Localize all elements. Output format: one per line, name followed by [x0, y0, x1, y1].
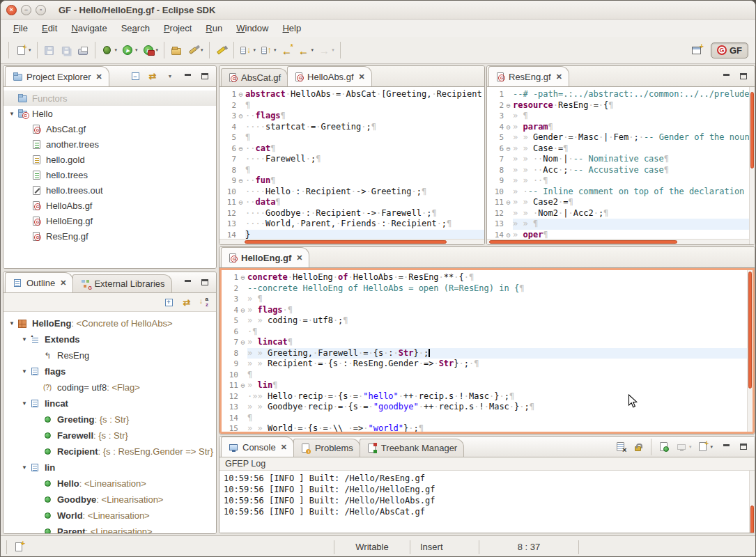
collapse-all-button[interactable]: − [128, 69, 143, 84]
outline-item-greeting[interactable]: Greeting : {s : Str} [3, 411, 216, 427]
code-line[interactable]: 13····World,·Parent,·Friends·:·Recipient… [219, 219, 484, 230]
save-all-button[interactable] [59, 42, 74, 58]
tab-project-explorer[interactable]: Project Explorer ✕ [5, 66, 109, 86]
fold-icon[interactable]: ⊖ [504, 143, 513, 155]
focus-button[interactable]: + [161, 295, 176, 310]
maximize-editor-button[interactable] [736, 69, 751, 84]
back-button[interactable]: ←▾ [296, 42, 316, 58]
fold-icon[interactable]: ⊖ [504, 197, 513, 208]
outline-item-flags[interactable]: ▼flags [3, 363, 216, 379]
code-line[interactable]: 4····startcat·=·Greeting·;¶ [219, 122, 484, 133]
code-line[interactable]: 5» » Gender·=·Masc·|·Fem·;·-- Gender of … [487, 132, 749, 143]
code-line[interactable]: 1--# -path=.:../abstract:../common:../..… [487, 89, 749, 100]
fold-icon[interactable]: ⊖ [236, 175, 245, 187]
code-line[interactable]: 11⊖» lin¶ [222, 380, 747, 391]
search-button[interactable]: ▾ [185, 42, 205, 58]
next-annotation-button[interactable]: ↓▾ [238, 42, 258, 58]
outline-item-coding[interactable]: (?)coding = utf8 : <Flag> [3, 379, 216, 395]
last-edit-location-button[interactable]: ← [279, 42, 295, 58]
code-line[interactable]: 4⊖» flags·¶ [222, 305, 747, 316]
code-line[interactable]: 11⊖··data¶ [219, 197, 484, 208]
code-line[interactable]: 3» ¶ [487, 111, 749, 122]
code-line[interactable]: 7⊖» lincat¶ [222, 337, 747, 348]
outline-item-parent[interactable]: Parent : <Linearisation> [3, 524, 216, 533]
outline-item-helloeng[interactable]: ▼HelloEng : <Concrete of HelloAbs> [3, 315, 216, 331]
code-line[interactable]: 15» » World·=·{s·=·\\_·=>·"world"}·;¶ [222, 423, 747, 432]
debug-button[interactable]: ▾ [100, 42, 119, 58]
tree-item-hello-trees[interactable]: hello.trees [3, 167, 216, 182]
tab-helloabs-gf[interactable]: HelloAbs.gf ✕ [287, 66, 372, 86]
code-line[interactable]: 8» » ··Acc·;·-- Accusative case¶ [487, 165, 749, 176]
tab-outline[interactable]: Outline ✕ [5, 272, 73, 292]
code-line[interactable]: 2--concrete HelloEng of HelloAbs = open … [222, 283, 747, 295]
reseng-editor[interactable]: 1--# -path=.:../abstract:../common:../..… [487, 87, 749, 244]
outline-item-goodbye[interactable]: Goodbye : <Linearisation> [3, 492, 216, 508]
minimize-editor-button[interactable] [718, 69, 734, 84]
window-minimize-button[interactable]: − [21, 5, 31, 15]
fold-icon[interactable]: ⊖ [236, 197, 245, 208]
vertical-scrollbar[interactable] [747, 270, 753, 432]
tree-item-functors[interactable]: Functors [3, 91, 216, 106]
console-log[interactable]: 10:59:56 [INFO ] Built: /Hello/ResEng.gf… [219, 471, 755, 533]
code-line[interactable]: 9» » ··¶ [487, 175, 749, 187]
tree-item-reseng-gf[interactable]: ResEng.gf [3, 228, 216, 244]
code-line[interactable]: 6⊖··cat¶ [219, 143, 484, 155]
code-line[interactable]: 7····Farewell·;¶ [219, 154, 484, 165]
tree-item-hello-trees-out[interactable]: hello.trees.out [3, 182, 216, 198]
minimize-view-button[interactable] [180, 275, 195, 290]
maximize-view-button[interactable] [197, 275, 213, 290]
close-icon[interactable]: ✕ [60, 278, 66, 288]
minimize-button[interactable] [180, 69, 195, 84]
close-icon[interactable]: ✕ [281, 443, 287, 452]
menu-file[interactable]: File [6, 21, 35, 36]
menu-project[interactable]: Project [157, 21, 199, 36]
outline-item-extends[interactable]: ▼Extends [3, 331, 216, 347]
code-line[interactable]: 1⊖concrete·HelloEng·of·HelloAbs·=·ResEng… [222, 272, 747, 283]
code-line[interactable]: 6·¶ [222, 327, 747, 338]
horizontal-scrollbar[interactable] [219, 239, 484, 244]
tab-external-libraries[interactable]: External Libraries [72, 274, 171, 292]
tree-item-helloeng-gf[interactable]: HelloEng.gf [3, 213, 216, 228]
import-folder-button[interactable] [169, 42, 184, 58]
fast-view-button[interactable] [11, 540, 26, 555]
console-scrollbar[interactable] [749, 471, 755, 533]
code-line[interactable]: 8» » Greeting,·Farewell·=·{s·:·Str}·; [222, 348, 747, 359]
code-line[interactable]: 3⊖··flags¶ [219, 111, 484, 122]
close-icon[interactable]: ✕ [296, 253, 302, 262]
link-with-editor-button[interactable]: ⇄ [145, 69, 160, 84]
tab-abscat-gf[interactable]: AbsCat.gf [221, 68, 288, 86]
link-with-editor-button[interactable]: ⇄ [179, 295, 194, 310]
code-line[interactable]: 5¶ [219, 132, 484, 143]
close-icon[interactable]: ✕ [556, 72, 562, 81]
code-line[interactable]: 13» » ¶ [487, 219, 749, 230]
minimize-view-button[interactable] [718, 439, 734, 455]
tab-treebank-manager[interactable]: Treebank Manager [360, 439, 464, 457]
fold-icon[interactable]: ⊖ [236, 111, 245, 122]
tree-item-another-trees[interactable]: another.trees [3, 136, 216, 152]
menu-run[interactable]: Run [199, 21, 229, 36]
window-maximize-button[interactable]: ▫ [36, 5, 46, 15]
fold-icon[interactable]: ⊖ [238, 380, 247, 391]
prev-annotation-button[interactable]: ↑▾ [259, 42, 278, 58]
fold-icon[interactable]: ⊖ [236, 143, 245, 155]
outline-item-reseng[interactable]: ↰ResEng [3, 347, 216, 363]
window-close-button[interactable]: × [6, 5, 17, 15]
fold-icon[interactable]: ⊖ [238, 305, 247, 316]
display-selected-console-button[interactable]: ▾ [674, 439, 693, 455]
helloeng-editor[interactable]: 1⊖concrete·HelloEng·of·HelloAbs·=·ResEng… [222, 270, 747, 432]
maximize-view-button[interactable] [736, 439, 751, 455]
tree-item-helloabs-gf[interactable]: HelloAbs.gf [3, 198, 216, 213]
code-line[interactable]: 7» » ··Nom·|·-- Nominative case¶ [487, 154, 749, 165]
menu-help[interactable]: Help [275, 21, 308, 36]
code-line[interactable]: 12·»» Hello·recip·=·{s·=·"hello"·++·reci… [222, 391, 747, 402]
open-perspective-button[interactable] [689, 42, 704, 58]
code-line[interactable]: 8¶ [219, 165, 484, 176]
fold-icon[interactable]: ⊖ [504, 122, 513, 133]
code-line[interactable]: 10¶ [222, 370, 747, 381]
scroll-lock-button[interactable] [631, 439, 646, 455]
code-line[interactable]: 5» » coding·=·utf8·;¶ [222, 315, 747, 327]
code-line[interactable]: 10····Hello·:·Recipient·->·Greeting·;¶ [219, 187, 484, 198]
run-button[interactable]: ▾ [120, 42, 139, 58]
forward-button[interactable]: →▾ [316, 42, 336, 58]
outline-item-farewell[interactable]: Farewell : {s : Str} [3, 427, 216, 444]
